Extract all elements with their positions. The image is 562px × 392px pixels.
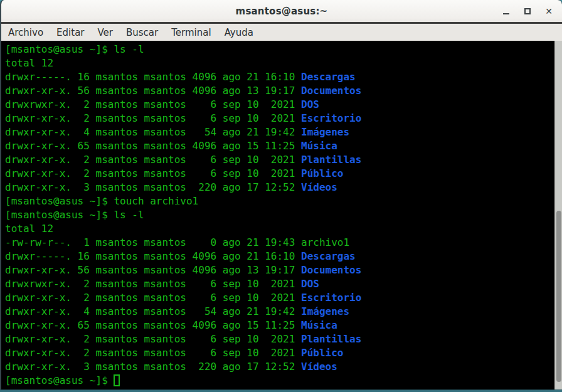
title-bar[interactable]: msantos@asus:~ ✕ — [1, 0, 562, 22]
terminal-screen[interactable]: [msantos@asus ~]$ ls -ltotal 12drwxr----… — [1, 41, 554, 389]
terminal-text-segment: drwxr-xr-x. 2 msantos msantos 6 sep 10 2… — [5, 292, 301, 304]
terminal-line: total 12 — [5, 56, 554, 70]
maximize-button[interactable] — [521, 4, 534, 18]
menu-item-editar[interactable]: Editar — [56, 26, 85, 40]
terminal-line: drwxr-xr-x. 65 msantos msantos 4096 ago … — [5, 319, 554, 332]
window-title: msantos@asus:~ — [236, 6, 328, 17]
directory-name: Público — [301, 347, 343, 359]
menu-bar: ArchivoEditarVerBuscarTerminalAyuda — [1, 24, 562, 41]
terminal-text-segment: drwxr-xr-x. 4 msantos msantos 54 ago 21 … — [5, 305, 301, 317]
terminal-line: drwxrwxr-x. 2 msantos msantos 6 sep 10 2… — [5, 98, 554, 112]
directory-name: DOS — [301, 278, 319, 290]
directory-name: DOS — [301, 98, 319, 110]
directory-name: Escritorio — [301, 112, 361, 124]
directory-name: Imágenes — [301, 126, 349, 138]
terminal-text-segment: drwxr-xr-x. 2 msantos msantos 6 sep 10 2… — [5, 333, 301, 345]
terminal-line: drwxr-----. 16 msantos msantos 4096 ago … — [5, 250, 554, 263]
terminal-text-segment: drwxr-xr-x. 65 msantos msantos 4096 ago … — [5, 140, 301, 152]
terminal-line: total 12 — [5, 222, 554, 236]
terminal-text-segment: drwxr-xr-x. 65 msantos msantos 4096 ago … — [5, 319, 301, 331]
terminal-line: [msantos@asus ~]$ ls -l — [5, 43, 554, 56]
directory-name: Descargas — [301, 71, 356, 83]
terminal-text-segment: drwxr-xr-x. 2 msantos msantos 6 sep 10 2… — [5, 154, 301, 166]
maximize-icon — [524, 8, 531, 14]
menu-item-buscar[interactable]: Buscar — [125, 26, 159, 40]
directory-name: Plantillas — [301, 333, 361, 345]
terminal-text-segment: total 12 — [5, 57, 53, 69]
terminal-line: drwxr-xr-x. 3 msantos msantos 220 ago 17… — [5, 181, 554, 194]
terminal-text-segment: drwxr-xr-x. 4 msantos msantos 54 ago 21 … — [5, 126, 301, 138]
terminal-text-segment: [msantos@asus ~]$ ls -l — [5, 209, 144, 221]
terminal-cursor — [114, 374, 120, 386]
terminal-text-segment: drwxr-xr-x. 2 msantos msantos 6 sep 10 2… — [5, 112, 301, 124]
close-icon: ✕ — [545, 6, 553, 16]
terminal-area: [msantos@asus ~]$ ls -ltotal 12drwxr----… — [1, 41, 562, 389]
terminal-window: msantos@asus:~ ✕ ArchivoEditarVerBuscarT… — [0, 0, 562, 389]
terminal-line: drwxr-xr-x. 2 msantos msantos 6 sep 10 2… — [5, 112, 554, 125]
directory-name: Público — [301, 167, 343, 179]
terminal-line: [msantos@asus ~]$ ls -l — [5, 208, 554, 222]
menu-item-ayuda[interactable]: Ayuda — [224, 26, 254, 40]
terminal-text-segment: drwxr-xr-x. 56 msantos msantos 4096 ago … — [5, 85, 301, 97]
directory-name: Escritorio — [301, 292, 361, 304]
minimize-icon — [503, 13, 509, 14]
menu-item-archivo[interactable]: Archivo — [8, 26, 44, 40]
terminal-line: drwxr-----. 16 msantos msantos 4096 ago … — [5, 70, 554, 84]
terminal-text-segment: drwxr-----. 16 msantos msantos 4096 ago … — [5, 71, 301, 83]
terminal-text-segment: -rw-rw-r--. 1 msantos msantos 0 ago 21 1… — [5, 236, 349, 248]
terminal-text-segment: drwxrwxr-x. 2 msantos msantos 6 sep 10 2… — [5, 98, 301, 110]
terminal-line: drwxrwxr-x. 2 msantos msantos 6 sep 10 2… — [5, 277, 554, 291]
terminal-line: drwxr-xr-x. 2 msantos msantos 6 sep 10 2… — [5, 153, 554, 167]
terminal-text-segment: [msantos@asus ~]$ ls -l — [5, 43, 144, 55]
terminal-text-segment: [msantos@asus ~]$ touch archivo1 — [5, 195, 198, 207]
menu-item-terminal[interactable]: Terminal — [171, 26, 211, 40]
terminal-text-segment: drwxr-xr-x. 2 msantos msantos 6 sep 10 2… — [5, 347, 301, 359]
scrollbar-thumb[interactable] — [556, 211, 561, 382]
directory-name: Plantillas — [301, 154, 361, 166]
terminal-line: drwxr-xr-x. 2 msantos msantos 6 sep 10 2… — [5, 291, 554, 305]
directory-name: Música — [301, 140, 337, 152]
terminal-line: [msantos@asus ~]$ touch archivo1 — [5, 194, 554, 208]
terminal-line: drwxr-xr-x. 4 msantos msantos 54 ago 21 … — [5, 305, 554, 319]
directory-name: Vídeos — [301, 361, 337, 373]
terminal-text-segment: [msantos@asus ~]$ — [5, 374, 114, 386]
directory-name: Descargas — [301, 250, 356, 262]
terminal-line: drwxr-xr-x. 56 msantos msantos 4096 ago … — [5, 263, 554, 277]
directory-name: Música — [301, 319, 337, 331]
terminal-line: drwxr-xr-x. 56 msantos msantos 4096 ago … — [5, 84, 554, 98]
menu-item-ver[interactable]: Ver — [97, 26, 114, 40]
terminal-line: drwxr-xr-x. 3 msantos msantos 220 ago 17… — [5, 360, 554, 374]
scrollbar-track[interactable] — [554, 41, 562, 389]
terminal-line: drwxr-xr-x. 2 msantos msantos 6 sep 10 2… — [5, 167, 554, 181]
terminal-line: drwxr-xr-x. 65 msantos msantos 4096 ago … — [5, 139, 554, 153]
terminal-text-segment: total 12 — [5, 223, 53, 235]
directory-name: Documentos — [301, 264, 361, 276]
terminal-line: -rw-rw-r--. 1 msantos msantos 0 ago 21 1… — [5, 236, 554, 250]
terminal-line: drwxr-xr-x. 2 msantos msantos 6 sep 10 2… — [5, 346, 554, 360]
directory-name: Imágenes — [301, 305, 349, 317]
terminal-text-segment: drwxr-xr-x. 3 msantos msantos 220 ago 17… — [5, 361, 301, 373]
terminal-text-segment: drwxr-xr-x. 56 msantos msantos 4096 ago … — [5, 264, 301, 276]
terminal-text-segment: drwxr-----. 16 msantos msantos 4096 ago … — [5, 250, 301, 262]
terminal-text-segment: drwxrwxr-x. 2 msantos msantos 6 sep 10 2… — [5, 278, 301, 290]
close-button[interactable]: ✕ — [542, 4, 556, 18]
terminal-line: drwxr-xr-x. 2 msantos msantos 6 sep 10 2… — [5, 332, 554, 346]
minimize-button[interactable] — [499, 4, 513, 18]
directory-name: Documentos — [301, 85, 361, 97]
terminal-text-segment: drwxr-xr-x. 2 msantos msantos 6 sep 10 2… — [5, 167, 301, 179]
terminal-line: [msantos@asus ~]$ — [5, 374, 554, 388]
window-controls: ✕ — [499, 0, 556, 22]
terminal-text-segment: drwxr-xr-x. 3 msantos msantos 220 ago 17… — [5, 181, 301, 193]
directory-name: Vídeos — [301, 181, 337, 193]
terminal-line: drwxr-xr-x. 4 msantos msantos 54 ago 21 … — [5, 125, 554, 139]
